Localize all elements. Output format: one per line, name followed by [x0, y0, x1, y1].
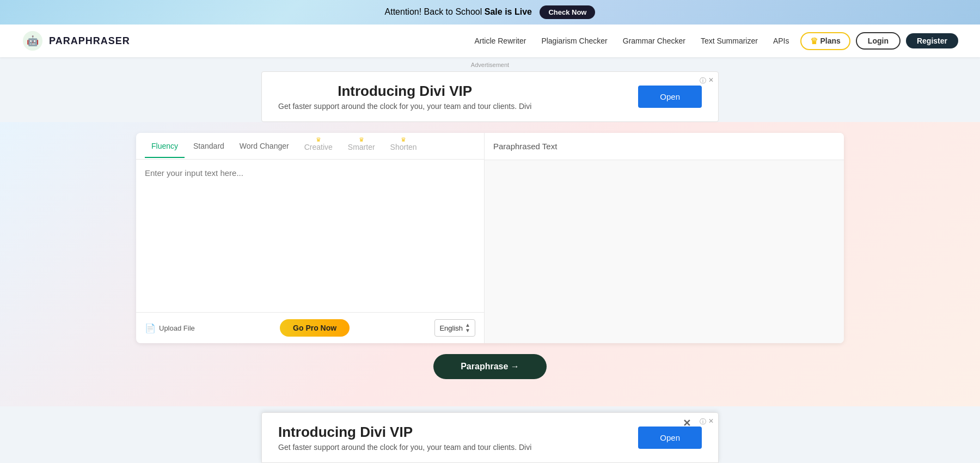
tabs: Fluency Standard Word Changer ♛ Creative… — [136, 133, 484, 160]
login-button[interactable]: Login — [856, 32, 901, 50]
right-panel: Paraphrased Text — [485, 133, 844, 343]
navbar: 🤖 PARAPHRASER Article Rewriter Plagiaris… — [0, 25, 980, 57]
banner-sale: Back to School — [424, 7, 482, 16]
advertisement-label: Advertisement — [471, 62, 509, 68]
svg-text:🤖: 🤖 — [27, 35, 39, 47]
tab-smarter-label: Smarter — [348, 143, 375, 151]
logo-text: PARAPHRASER — [49, 35, 130, 47]
tab-shorten[interactable]: ♛ Shorten — [384, 133, 424, 159]
ad-close-icons-top: ⓘ ✕ — [700, 76, 714, 86]
ad-title-bottom: Introducing Divi VIP — [278, 424, 531, 441]
creative-crown-icon: ♛ — [316, 136, 321, 143]
nav-plagiarism-checker[interactable]: Plagiarism Checker — [541, 36, 607, 45]
paraphrase-button[interactable]: Paraphrase → — [433, 354, 547, 379]
ad-container-top: Advertisement Introducing Divi VIP Get f… — [0, 57, 980, 122]
ad-icons-bottom: ⓘ ✕ — [700, 417, 714, 427]
bottom-bar: 📄 Upload File Go Pro Now English ▲▼ — [136, 312, 484, 343]
smarter-crown-icon: ♛ — [359, 136, 364, 143]
crown-icon: ♛ — [810, 36, 818, 46]
right-panel-header: Paraphrased Text — [485, 133, 844, 160]
ad-close-icon[interactable]: ✕ — [708, 76, 714, 86]
banner-sale-label: Sale is Live — [485, 7, 532, 16]
upload-label: Upload File — [159, 324, 195, 332]
left-panel: Fluency Standard Word Changer ♛ Creative… — [136, 133, 485, 343]
nav-grammar-checker[interactable]: Grammar Checker — [623, 36, 685, 45]
plans-button[interactable]: ♛ Plans — [800, 32, 850, 50]
tab-standard[interactable]: Standard — [187, 134, 231, 158]
top-banner: Attention! Back to School Sale is Live C… — [0, 0, 980, 25]
banner-text: Attention! Back to School Sale is Live — [385, 7, 535, 16]
go-pro-button[interactable]: Go Pro Now — [280, 319, 350, 337]
ad-content-bottom: Introducing Divi VIP Get faster support … — [278, 424, 531, 452]
tab-fluency-label: Fluency — [151, 142, 178, 150]
ad-info-icon[interactable]: ⓘ — [700, 76, 706, 86]
ad-subtitle-top: Get faster support around the clock for … — [278, 102, 531, 111]
language-label: English — [439, 324, 463, 332]
nav-apis[interactable]: APIs — [773, 36, 789, 45]
tab-smarter[interactable]: ♛ Smarter — [341, 133, 382, 159]
bottom-ad-close-button[interactable]: ✕ — [683, 417, 691, 429]
language-arrows-icon: ▲▼ — [465, 322, 470, 333]
logo-icon: 🤖 — [22, 30, 44, 52]
nav-text-summarizer[interactable]: Text Summarizer — [701, 36, 758, 45]
main-content: Fluency Standard Word Changer ♛ Creative… — [0, 122, 980, 406]
ad-content-top: Introducing Divi VIP Get faster support … — [278, 83, 531, 111]
tab-standard-label: Standard — [193, 142, 224, 150]
ad-open-button-bottom[interactable]: Open — [638, 427, 702, 449]
ad-banner-bottom: Introducing Divi VIP Get faster support … — [261, 412, 719, 463]
upload-file-button[interactable]: 📄 Upload File — [145, 323, 195, 333]
upload-icon: 📄 — [145, 323, 156, 333]
paraphrase-btn-container: Paraphrase → — [22, 343, 958, 390]
tab-creative-label: Creative — [304, 143, 333, 151]
go-pro-label: Go Pro — [293, 324, 318, 332]
check-now-button[interactable]: Check Now — [540, 5, 595, 19]
banner-attention: Attention! — [385, 7, 422, 16]
plans-label: Plans — [820, 36, 841, 45]
tool-container: Fluency Standard Word Changer ♛ Creative… — [136, 133, 844, 343]
tab-creative[interactable]: ♛ Creative — [298, 133, 339, 159]
ad-banner-top: Introducing Divi VIP Get faster support … — [261, 71, 719, 122]
nav-article-rewriter[interactable]: Article Rewriter — [474, 36, 526, 45]
input-textarea[interactable] — [136, 160, 484, 312]
logo-area: 🤖 PARAPHRASER — [22, 30, 130, 52]
language-selector[interactable]: English ▲▼ — [434, 319, 475, 337]
paraphrased-text-label: Paraphrased Text — [493, 142, 557, 151]
register-button[interactable]: Register — [906, 33, 958, 48]
right-panel-content — [485, 160, 844, 343]
tab-word-changer[interactable]: Word Changer — [233, 134, 296, 158]
ad-x-icon-bottom[interactable]: ✕ — [708, 417, 714, 427]
tab-shorten-label: Shorten — [390, 143, 417, 151]
nav-links: Article Rewriter Plagiarism Checker Gram… — [474, 36, 789, 45]
shorten-crown-icon: ♛ — [401, 136, 406, 143]
ad-open-button-top[interactable]: Open — [638, 86, 702, 108]
tab-fluency[interactable]: Fluency — [145, 134, 185, 158]
tab-word-changer-label: Word Changer — [240, 142, 289, 150]
ad-title-top: Introducing Divi VIP — [278, 83, 531, 100]
ad-info-icon-bottom[interactable]: ⓘ — [700, 417, 706, 427]
go-pro-now: Now — [321, 324, 337, 332]
ad-subtitle-bottom: Get faster support around the clock for … — [278, 443, 531, 452]
